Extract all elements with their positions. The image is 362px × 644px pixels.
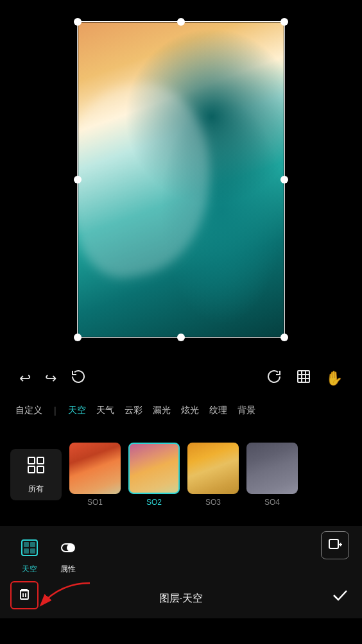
filter-s01[interactable]: SO1 — [69, 443, 121, 507]
toolbar: ↩ ↪ ✋ — [0, 359, 362, 398]
rotate-right-icon[interactable] — [266, 369, 282, 388]
svg-rect-13 — [24, 542, 29, 547]
tool-sky-icon — [21, 539, 39, 561]
category-leak[interactable]: 漏光 — [148, 405, 176, 416]
image-container — [78, 22, 284, 337]
image-placeholder — [78, 22, 284, 337]
svg-rect-5 — [28, 457, 35, 464]
filter-s03[interactable]: SO3 — [187, 443, 239, 507]
filter-grid: 所有 SO1 SO2 SO3 SO4 — [0, 423, 362, 526]
tool-sky[interactable]: 天空 — [10, 534, 49, 580]
add-layer-button[interactable] — [321, 531, 349, 559]
svg-rect-6 — [37, 457, 44, 464]
bottom-panel: 天空 属性 — [0, 526, 362, 618]
svg-rect-0 — [298, 371, 309, 382]
svg-rect-9 — [329, 539, 338, 548]
filter-all-button[interactable]: 所有 — [10, 449, 62, 500]
rotate-left-icon[interactable] — [71, 369, 86, 388]
delete-button[interactable] — [10, 581, 39, 609]
undo-icon[interactable]: ↩ — [19, 370, 31, 387]
canvas-area — [0, 0, 362, 359]
tool-attrs-label: 属性 — [60, 564, 76, 575]
trash-icon — [17, 587, 31, 604]
red-arrow — [35, 580, 93, 612]
hand-icon[interactable]: ✋ — [325, 370, 343, 387]
filter-s01-thumb — [69, 443, 121, 494]
category-custom[interactable]: 自定义 — [10, 405, 47, 416]
filter-s01-label: SO1 — [87, 498, 103, 507]
category-tabs: 自定义 | 天空 天气 云彩 漏光 炫光 纹理 背景 — [0, 398, 362, 423]
filter-s04-thumb — [246, 443, 298, 494]
category-sky[interactable]: 天空 — [63, 405, 91, 416]
filter-s02-thumb — [128, 443, 180, 494]
category-cloud[interactable]: 云彩 — [119, 405, 148, 416]
bottom-tools: 天空 属性 — [0, 526, 362, 580]
filter-s04[interactable]: SO4 — [246, 443, 298, 507]
category-bg[interactable]: 背景 — [232, 405, 261, 416]
svg-rect-14 — [30, 542, 35, 547]
filter-s03-thumb — [187, 443, 239, 494]
filter-s02[interactable]: SO2 — [128, 443, 180, 507]
svg-rect-19 — [21, 591, 28, 599]
svg-rect-16 — [30, 548, 35, 554]
filter-s04-label: SO4 — [264, 498, 280, 507]
crop-icon[interactable] — [296, 369, 311, 388]
category-texture[interactable]: 纹理 — [204, 405, 232, 416]
category-divider: | — [54, 405, 56, 416]
filter-s03-label: SO3 — [205, 498, 221, 507]
confirm-button[interactable] — [331, 586, 349, 608]
redo-icon[interactable]: ↪ — [45, 370, 56, 387]
category-weather[interactable]: 天气 — [91, 405, 119, 416]
svg-rect-7 — [28, 466, 35, 473]
tool-attrs-icon — [59, 539, 77, 561]
tool-sky-label: 天空 — [22, 564, 37, 575]
toolbar-left: ↩ ↪ — [19, 369, 86, 388]
toolbar-right: ✋ — [266, 369, 343, 388]
filter-all-label: 所有 — [28, 484, 44, 495]
svg-rect-15 — [24, 548, 29, 554]
filter-s02-label: SO2 — [146, 498, 162, 507]
category-flare[interactable]: 炫光 — [176, 405, 204, 416]
tool-attrs[interactable]: 属性 — [49, 534, 87, 580]
svg-rect-8 — [37, 466, 44, 473]
filter-all-icon — [26, 455, 46, 480]
layer-label: 图层·天空 — [159, 592, 203, 606]
svg-point-18 — [67, 545, 74, 551]
